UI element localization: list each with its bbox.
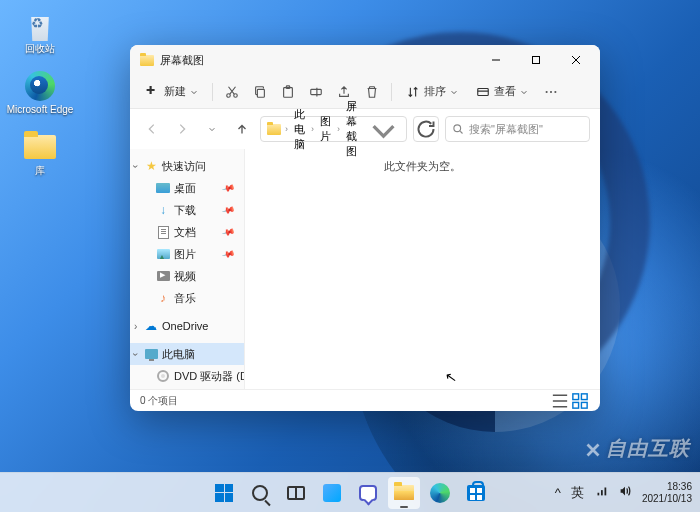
desktop-icon	[156, 183, 170, 193]
widgets-icon	[323, 484, 341, 502]
task-view-button[interactable]	[280, 477, 312, 509]
chat-button[interactable]	[352, 477, 384, 509]
item-count: 0 个项目	[140, 394, 178, 408]
nav-videos[interactable]: 视频	[130, 265, 244, 287]
nav-pane: ★快速访问 桌面📌 ↓下载📌 文档📌 图片📌 视频 ♪音乐 ☁OneDrive …	[130, 149, 245, 389]
status-bar: 0 个项目	[130, 389, 600, 411]
refresh-button[interactable]	[413, 116, 439, 142]
widgets-button[interactable]	[316, 477, 348, 509]
svg-rect-15	[581, 402, 587, 408]
svg-point-9	[550, 90, 552, 92]
nav-onedrive[interactable]: ☁OneDrive	[130, 315, 244, 337]
minimize-button[interactable]	[476, 45, 516, 75]
search-icon	[452, 123, 464, 135]
new-button[interactable]: 新建	[138, 80, 206, 103]
pin-icon: 📌	[221, 181, 236, 195]
sort-icon	[406, 85, 420, 99]
desktop-icon-label: Microsoft Edge	[7, 104, 74, 115]
svg-rect-3	[257, 89, 264, 97]
tray-network-icon[interactable]	[594, 484, 608, 501]
window-title: 屏幕截图	[160, 53, 476, 68]
desktop-icons: 回收站 Microsoft Edge 库	[5, 5, 75, 188]
svg-rect-12	[573, 393, 579, 399]
nav-back-button[interactable]	[140, 117, 164, 141]
folder-icon	[394, 485, 414, 500]
nav-documents[interactable]: 文档📌	[130, 221, 244, 243]
desktop-icon-recycle-bin[interactable]: 回收站	[5, 5, 75, 58]
tray-chevron[interactable]: ^	[555, 485, 561, 500]
content-area[interactable]: 此文件夹为空。 ↖	[245, 149, 600, 389]
view-icons-button[interactable]	[570, 393, 590, 409]
tray-volume-icon[interactable]	[618, 484, 632, 501]
nav-up-button[interactable]	[230, 117, 254, 141]
view-icon	[476, 85, 490, 99]
toolbar: 新建 排序 查看	[130, 75, 600, 109]
watermark: 自由互联	[582, 435, 690, 462]
music-icon: ♪	[156, 291, 170, 305]
edge-icon	[25, 71, 55, 101]
file-explorer-window: 屏幕截图 新建 排序 查看 › 此电脑 › 图片 › 屏幕截	[130, 45, 600, 411]
svg-rect-16	[604, 488, 606, 496]
desktop-icon-folder[interactable]: 库	[5, 127, 75, 180]
nav-quickaccess[interactable]: ★快速访问	[130, 155, 244, 177]
cloud-icon: ☁	[144, 319, 158, 333]
download-icon: ↓	[156, 203, 170, 217]
taskbar-explorer[interactable]	[388, 477, 420, 509]
plus-icon	[146, 85, 160, 99]
copy-button[interactable]	[247, 81, 273, 103]
svg-point-11	[454, 125, 461, 132]
cursor-icon: ↖	[444, 368, 459, 386]
svg-point-10	[554, 90, 556, 92]
nav-downloads[interactable]: ↓下载📌	[130, 199, 244, 221]
nav-music[interactable]: ♪音乐	[130, 287, 244, 309]
search-input[interactable]: 搜索"屏幕截图"	[445, 116, 590, 142]
taskbar-edge[interactable]	[424, 477, 456, 509]
desktop-icon-label: 库	[35, 165, 45, 176]
more-button[interactable]	[538, 81, 564, 103]
nav-recent-button[interactable]	[200, 117, 224, 141]
chevron-down-icon	[190, 88, 198, 96]
desktop-icon-edge[interactable]: Microsoft Edge	[5, 66, 75, 119]
pin-icon: 📌	[221, 225, 236, 239]
videos-icon	[156, 269, 170, 283]
chevron-down-icon	[450, 88, 458, 96]
maximize-button[interactable]	[516, 45, 556, 75]
taskbar-search-button[interactable]	[244, 477, 276, 509]
taskview-icon	[287, 486, 305, 500]
pin-icon: 📌	[221, 247, 236, 261]
nav-forward-button[interactable]	[170, 117, 194, 141]
breadcrumb-item[interactable]: 图片	[318, 113, 333, 145]
star-icon: ★	[144, 159, 158, 173]
view-button[interactable]: 查看	[468, 80, 536, 103]
chevron-down-icon[interactable]	[367, 113, 400, 146]
titlebar[interactable]: 屏幕截图	[130, 45, 600, 75]
search-icon	[252, 485, 268, 501]
tray-clock[interactable]: 18:36 2021/10/13	[642, 481, 692, 505]
nav-dvd[interactable]: DVD 驱动器 (D:) CI	[130, 365, 244, 387]
windows-icon	[215, 484, 233, 502]
svg-rect-17	[601, 490, 603, 495]
taskbar-store[interactable]	[460, 477, 492, 509]
pin-icon: 📌	[221, 203, 236, 217]
view-details-button[interactable]	[550, 393, 570, 409]
svg-rect-0	[533, 57, 540, 64]
store-icon	[467, 485, 485, 501]
document-icon	[156, 225, 170, 239]
address-bar-row: › 此电脑 › 图片 › 屏幕截图 搜索"屏幕截图"	[130, 109, 600, 149]
nav-desktop[interactable]: 桌面📌	[130, 177, 244, 199]
folder-icon	[140, 55, 154, 66]
breadcrumb-item[interactable]: 此电脑	[292, 106, 307, 153]
address-bar[interactable]: › 此电脑 › 图片 › 屏幕截图	[260, 116, 407, 142]
start-button[interactable]	[208, 477, 240, 509]
sort-button[interactable]: 排序	[398, 80, 466, 103]
tray-ime[interactable]: 英	[571, 484, 584, 502]
nav-thispc[interactable]: 此电脑	[130, 343, 244, 365]
close-button[interactable]	[556, 45, 596, 75]
cut-button[interactable]	[219, 81, 245, 103]
chat-icon	[359, 485, 377, 501]
folder-icon	[24, 135, 56, 159]
nav-pictures[interactable]: 图片📌	[130, 243, 244, 265]
paste-button[interactable]	[275, 81, 301, 103]
delete-button[interactable]	[359, 81, 385, 103]
rename-button[interactable]	[303, 81, 329, 103]
